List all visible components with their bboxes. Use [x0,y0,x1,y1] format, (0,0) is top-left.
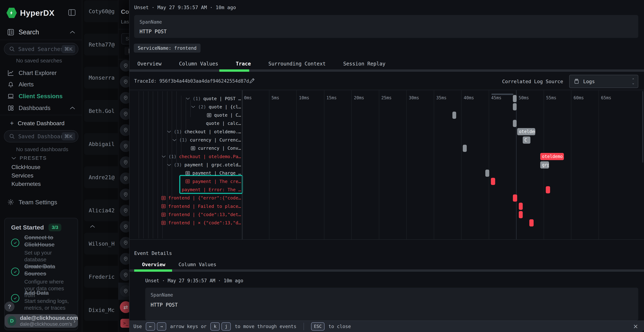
key-arrow-right: → [157,322,166,330]
event-status-line: Unset · May 27 9:35:57 AM · 10m ago [134,5,236,10]
service-name-chip[interactable]: ServiceName: frontend [134,44,200,52]
correlated-log-source-label: Correlated Log Source [502,79,563,84]
span-name-value: HTTP POST [140,28,167,34]
gridline-40ms [461,90,462,239]
span-tree-row[interactable]: currency | Conv… [191,144,241,152]
event-details-title: Event Details [134,250,172,256]
get-started-item[interactable]: Add Data Start sending logs, metrics, or… [11,290,74,311]
sidebar-item-chart-explorer[interactable]: Chart Explorer [0,68,82,78]
preset-services[interactable]: Services [12,172,34,179]
session-row[interactable]: Dixie_Mc [84,299,118,321]
axis-tick-30ms: 30ms [409,95,419,100]
saved-dashboards-input[interactable]: Saved Dashboards ⌘K [4,130,78,142]
span-bar[interactable] [513,103,517,110]
create-dashboard-button[interactable]: + Create Dashboard [10,120,64,127]
sidebar-item-search[interactable]: Search [0,27,82,38]
get-started-header[interactable]: Get Started 3/3 [11,224,61,231]
trace-waterfall: 0ms5ms10ms15ms20ms25ms30ms35ms40ms45ms50… [130,90,644,239]
tree-indent-guide [139,91,139,238]
span-bar[interactable] [546,186,550,193]
get-started-item-title: Create Data Sources [24,263,74,277]
avatar: D [8,316,16,326]
span-tree-row[interactable]: payment | Error: The … [182,186,241,194]
tab-overview[interactable]: Overview [133,59,166,69]
tab-column-values[interactable]: Column Values [175,59,222,69]
session-row[interactable]: Alicia42 [84,200,118,221]
close-icon[interactable]: × [633,322,638,330]
span-bar[interactable] [513,194,517,202]
gridline-30ms [406,90,406,239]
preset-kubernetes[interactable]: Kubernetes [12,181,41,187]
span-tree-row[interactable]: (1)checkout | oteldemo.… [167,128,241,136]
tab-surrounding-context[interactable]: Surrounding Context [264,59,330,69]
span-bar[interactable] [463,145,466,152]
presets-label: PRESETS [20,155,47,161]
presets-toggle[interactable]: PRESETS [11,155,47,161]
span-bar[interactable]: grp [540,161,549,168]
span-bar[interactable] [519,203,522,210]
sidebar-item-client-sessions[interactable]: Client Sessions [0,91,82,102]
log-source-select[interactable]: Logs ⌃⌄ [569,75,638,88]
span-tree-row[interactable]: frontend | × {"code":13,"d… [161,219,241,227]
span-tree-row[interactable]: frontend | {"code":13,"det… [161,210,241,219]
sidebar-item-team-settings[interactable]: Team Settings [0,197,82,208]
span-bar[interactable] [519,211,522,218]
drawer-footer: Use ← → arrow keys or k j to move throug… [130,320,644,332]
axis-tick-10ms: 10ms [299,95,309,100]
session-row[interactable]: Coty60@g [84,0,118,22]
user-menu[interactable]: D dale@clickhouse.com dale@clickhouse.co… [5,314,78,328]
span-bar[interactable]: oteldemo. [540,153,564,160]
span-bar[interactable] [529,219,534,226]
span-bar[interactable] [452,112,456,119]
span-tree-row[interactable]: frontend | {"error":{"code… [161,194,241,202]
divider [130,90,644,90]
chart-line-icon [7,70,15,76]
span-tree-row[interactable]: frontend | Failed to place… [161,202,241,210]
session-row[interactable]: Frederic [84,266,118,288]
span-bar[interactable] [513,120,517,127]
sidebar-item-alerts[interactable]: Alerts [0,79,82,90]
span-tree-row[interactable]: quote | C… [207,111,241,119]
help-button[interactable]: ? [4,302,14,312]
chevron-up-icon [70,30,76,34]
tree-indent-guide [143,91,144,238]
span-tree-row[interactable]: (1)checkout | oteldemo.Pa… [161,152,241,161]
span-bar[interactable] [485,170,489,177]
span-tree-row[interactable]: payment | The cre… [185,177,241,186]
session-row[interactable]: Abbigail [84,133,118,155]
sidebar-item-dashboards[interactable]: Dashboards [0,103,82,114]
span-bar[interactable]: oteldem [517,128,535,135]
key-j: j [222,322,231,330]
sidebar-item-label: Dashboards [18,105,50,112]
span-tree-row[interactable]: (3)payment | grpc.oteld… [167,161,241,169]
event-details-tab-overview[interactable]: Overview [138,260,170,269]
preset-clickhouse[interactable]: ClickHouse [12,164,40,170]
span-bar[interactable] [491,178,495,185]
collapse-sidebar-button[interactable] [68,9,76,16]
tree-timeline-divider[interactable] [242,90,243,239]
span-tree-row[interactable]: (1)currency | Currenc… [172,136,241,144]
session-list: Coty60@gRetha77@MonserraBeth.GolAbbigail… [82,0,118,332]
span-tree-row[interactable]: payment | Charge … [185,169,241,177]
chevron-right-icon: › [74,318,76,324]
tab-session-replay[interactable]: Session Replay [339,59,390,69]
session-row[interactable]: Wilson_H [84,233,118,254]
span-tree-row[interactable]: (1)quote | POST … [186,94,241,103]
span-tree-row[interactable]: (2)quote | {cl… [191,103,241,111]
create-dashboard-label: Create Dashboard [18,120,64,127]
session-row[interactable]: Andre21@ [84,166,118,188]
gridline-50ms [516,90,516,239]
waterfall-scrollbar[interactable] [642,91,643,162]
span-tree-row[interactable]: quote | calc… [206,119,241,128]
timeline-scrollbar-thumb[interactable] [492,94,514,95]
session-row[interactable]: Retha77@ [84,34,118,56]
edit-pencil-icon[interactable] [249,77,256,84]
session-row[interactable]: Monserra [84,67,118,88]
check-circle-icon [11,268,19,276]
session-row[interactable]: Beth.Gol [84,100,118,122]
event-details-tab-column-values[interactable]: Column Values [174,260,220,269]
tab-trace[interactable]: Trace [232,59,255,69]
span-bar[interactable]: C [523,136,530,144]
span-bar[interactable] [513,95,517,102]
saved-searches-input[interactable]: Saved Searches ⌘K [4,43,78,55]
